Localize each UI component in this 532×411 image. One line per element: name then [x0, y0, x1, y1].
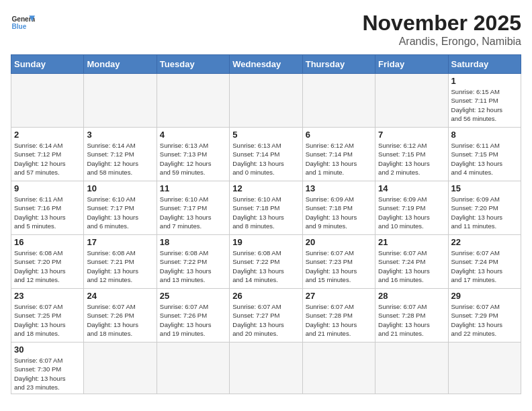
location: Arandis, Erongo, Namibia: [362, 36, 521, 48]
weekday-header-row: SundayMondayTuesdayWednesdayThursdayFrid…: [11, 55, 521, 74]
day-number: 13: [306, 183, 372, 193]
weekday-header-friday: Friday: [375, 55, 448, 74]
day-info: Sunrise: 6:10 AM Sunset: 7:18 PM Dayligh…: [232, 195, 299, 230]
svg-text:Blue: Blue: [11, 23, 26, 30]
day-number: 3: [87, 130, 153, 140]
day-info: Sunrise: 6:07 AM Sunset: 7:27 PM Dayligh…: [232, 302, 299, 338]
calendar-table: SundayMondayTuesdayWednesdayThursdayFrid…: [11, 54, 521, 394]
day-number: 8: [451, 130, 518, 140]
weekday-header-wednesday: Wednesday: [230, 55, 302, 74]
day-info: Sunrise: 6:10 AM Sunset: 7:17 PM Dayligh…: [87, 195, 153, 230]
calendar-cell: [448, 342, 521, 394]
calendar-cell: 16Sunrise: 6:08 AM Sunset: 7:20 PM Dayli…: [11, 235, 84, 289]
day-info: Sunrise: 6:09 AM Sunset: 7:18 PM Dayligh…: [306, 195, 372, 230]
day-info: Sunrise: 6:09 AM Sunset: 7:20 PM Dayligh…: [451, 195, 518, 230]
week-row-3: 9Sunrise: 6:11 AM Sunset: 7:16 PM Daylig…: [11, 181, 521, 235]
day-info: Sunrise: 6:07 AM Sunset: 7:28 PM Dayligh…: [306, 302, 372, 338]
day-number: 17: [87, 237, 153, 247]
day-info: Sunrise: 6:07 AM Sunset: 7:24 PM Dayligh…: [451, 248, 518, 284]
week-row-4: 16Sunrise: 6:08 AM Sunset: 7:20 PM Dayli…: [11, 235, 521, 289]
day-info: Sunrise: 6:07 AM Sunset: 7:30 PM Dayligh…: [14, 356, 81, 392]
calendar-cell: 9Sunrise: 6:11 AM Sunset: 7:16 PM Daylig…: [11, 181, 84, 235]
day-number: 14: [378, 183, 445, 193]
day-number: 10: [87, 183, 153, 193]
calendar-cell: 29Sunrise: 6:07 AM Sunset: 7:29 PM Dayli…: [448, 289, 521, 342]
week-row-6: 30Sunrise: 6:07 AM Sunset: 7:30 PM Dayli…: [11, 342, 521, 394]
calendar-cell: [230, 74, 302, 128]
day-info: Sunrise: 6:12 AM Sunset: 7:15 PM Dayligh…: [378, 141, 445, 177]
day-number: 11: [160, 183, 226, 193]
calendar-cell: [157, 342, 229, 394]
day-number: 9: [14, 183, 81, 193]
day-number: 2: [14, 130, 81, 140]
day-info: Sunrise: 6:07 AM Sunset: 7:24 PM Dayligh…: [378, 248, 445, 284]
day-number: 19: [232, 237, 299, 247]
day-number: 22: [451, 237, 518, 247]
calendar-cell: 17Sunrise: 6:08 AM Sunset: 7:21 PM Dayli…: [84, 235, 157, 289]
day-number: 5: [232, 130, 299, 140]
calendar-cell: 5Sunrise: 6:13 AM Sunset: 7:14 PM Daylig…: [230, 128, 302, 181]
week-row-5: 23Sunrise: 6:07 AM Sunset: 7:25 PM Dayli…: [11, 289, 521, 342]
logo-icon: General Blue: [11, 11, 35, 35]
day-info: Sunrise: 6:14 AM Sunset: 7:12 PM Dayligh…: [14, 141, 81, 177]
day-info: Sunrise: 6:08 AM Sunset: 7:22 PM Dayligh…: [160, 248, 226, 284]
weekday-header-thursday: Thursday: [302, 55, 375, 74]
day-info: Sunrise: 6:07 AM Sunset: 7:26 PM Dayligh…: [87, 302, 153, 338]
day-info: Sunrise: 6:12 AM Sunset: 7:14 PM Dayligh…: [306, 141, 372, 177]
logo: General Blue: [11, 11, 35, 35]
calendar-cell: [302, 74, 375, 128]
day-info: Sunrise: 6:07 AM Sunset: 7:25 PM Dayligh…: [14, 302, 81, 338]
day-info: Sunrise: 6:14 AM Sunset: 7:12 PM Dayligh…: [87, 141, 153, 177]
day-number: 21: [378, 237, 445, 247]
calendar-cell: 2Sunrise: 6:14 AM Sunset: 7:12 PM Daylig…: [11, 128, 84, 181]
calendar-cell: 28Sunrise: 6:07 AM Sunset: 7:28 PM Dayli…: [375, 289, 448, 342]
weekday-header-saturday: Saturday: [448, 55, 521, 74]
day-number: 26: [232, 291, 299, 301]
calendar-cell: 23Sunrise: 6:07 AM Sunset: 7:25 PM Dayli…: [11, 289, 84, 342]
weekday-header-tuesday: Tuesday: [157, 55, 229, 74]
day-number: 25: [160, 291, 226, 301]
week-row-1: 1Sunrise: 6:15 AM Sunset: 7:11 PM Daylig…: [11, 74, 521, 128]
day-info: Sunrise: 6:08 AM Sunset: 7:20 PM Dayligh…: [14, 248, 81, 284]
day-number: 29: [451, 291, 518, 301]
day-number: 28: [378, 291, 445, 301]
calendar-cell: 27Sunrise: 6:07 AM Sunset: 7:28 PM Dayli…: [302, 289, 375, 342]
day-number: 12: [232, 183, 299, 193]
day-info: Sunrise: 6:13 AM Sunset: 7:14 PM Dayligh…: [232, 141, 299, 177]
day-info: Sunrise: 6:13 AM Sunset: 7:13 PM Dayligh…: [160, 141, 226, 177]
day-number: 30: [14, 345, 81, 355]
day-number: 1: [451, 76, 518, 86]
calendar-cell: 30Sunrise: 6:07 AM Sunset: 7:30 PM Dayli…: [11, 342, 84, 394]
day-number: 23: [14, 291, 81, 301]
day-number: 27: [306, 291, 372, 301]
page-header: General Blue November 2025 Arandis, Eron…: [11, 11, 521, 48]
calendar-cell: [230, 342, 302, 394]
day-number: 18: [160, 237, 226, 247]
calendar-cell: 14Sunrise: 6:09 AM Sunset: 7:19 PM Dayli…: [375, 181, 448, 235]
calendar-cell: [375, 342, 448, 394]
day-info: Sunrise: 6:07 AM Sunset: 7:26 PM Dayligh…: [160, 302, 226, 338]
calendar-cell: 3Sunrise: 6:14 AM Sunset: 7:12 PM Daylig…: [84, 128, 157, 181]
weekday-header-sunday: Sunday: [11, 55, 84, 74]
calendar-cell: 12Sunrise: 6:10 AM Sunset: 7:18 PM Dayli…: [230, 181, 302, 235]
calendar-cell: 13Sunrise: 6:09 AM Sunset: 7:18 PM Dayli…: [302, 181, 375, 235]
calendar-cell: 6Sunrise: 6:12 AM Sunset: 7:14 PM Daylig…: [302, 128, 375, 181]
calendar-cell: 11Sunrise: 6:10 AM Sunset: 7:17 PM Dayli…: [157, 181, 229, 235]
day-info: Sunrise: 6:08 AM Sunset: 7:22 PM Dayligh…: [232, 248, 299, 284]
calendar-cell: 4Sunrise: 6:13 AM Sunset: 7:13 PM Daylig…: [157, 128, 229, 181]
calendar-cell: 24Sunrise: 6:07 AM Sunset: 7:26 PM Dayli…: [84, 289, 157, 342]
day-info: Sunrise: 6:08 AM Sunset: 7:21 PM Dayligh…: [87, 248, 153, 284]
calendar-cell: [84, 74, 157, 128]
calendar-cell: [11, 74, 84, 128]
month-title: November 2025: [362, 11, 521, 36]
day-number: 4: [160, 130, 226, 140]
calendar-cell: 22Sunrise: 6:07 AM Sunset: 7:24 PM Dayli…: [448, 235, 521, 289]
day-number: 15: [451, 183, 518, 193]
day-number: 16: [14, 237, 81, 247]
day-number: 6: [306, 130, 372, 140]
calendar-cell: 8Sunrise: 6:11 AM Sunset: 7:15 PM Daylig…: [448, 128, 521, 181]
day-info: Sunrise: 6:10 AM Sunset: 7:17 PM Dayligh…: [160, 195, 226, 230]
day-info: Sunrise: 6:09 AM Sunset: 7:19 PM Dayligh…: [378, 195, 445, 230]
calendar-cell: [157, 74, 229, 128]
day-number: 20: [306, 237, 372, 247]
